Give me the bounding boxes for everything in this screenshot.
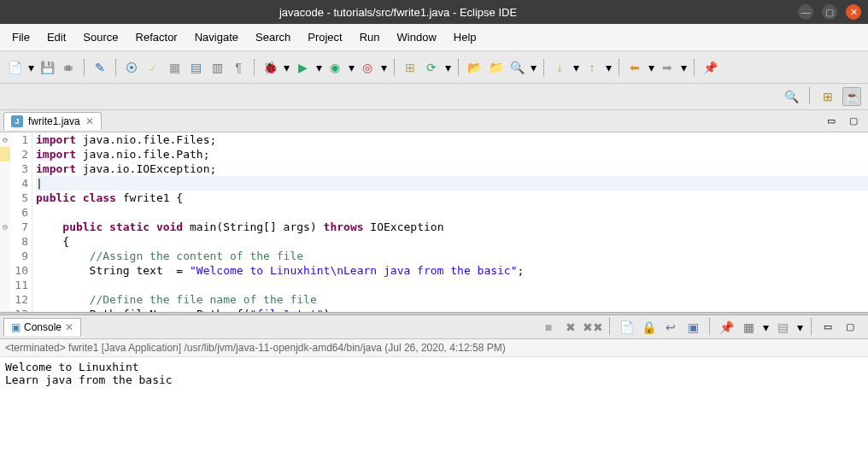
- save-all-icon[interactable]: ⩩: [59, 58, 78, 77]
- menu-search[interactable]: Search: [249, 27, 297, 47]
- coverage-run-icon[interactable]: ◉: [326, 58, 344, 77]
- save-icon[interactable]: 💾: [38, 58, 56, 77]
- show-console-icon[interactable]: ▣: [683, 318, 702, 337]
- console-max-icon[interactable]: ▢: [841, 318, 859, 337]
- debug-icon[interactable]: 🐞: [261, 58, 279, 77]
- display-selected-icon[interactable]: ▦: [739, 318, 758, 337]
- console-min-icon[interactable]: ▭: [818, 318, 837, 337]
- scroll-lock-icon[interactable]: 🔒: [639, 318, 658, 337]
- toggle-breakpoint-icon[interactable]: ⦿: [122, 58, 141, 77]
- back-icon[interactable]: ⬅: [625, 58, 644, 77]
- tab-close-icon[interactable]: ✕: [85, 115, 94, 127]
- java-perspective-icon[interactable]: ☕: [842, 87, 861, 106]
- new-package-icon[interactable]: ⊞: [401, 58, 419, 77]
- editor-tab-label: fwrite1.java: [28, 115, 80, 127]
- menu-refactor[interactable]: Refactor: [129, 27, 185, 47]
- editor-area: J fwrite1.java ✕ ▭ ▢ ⊖⊖ 1234567891011121…: [0, 110, 868, 312]
- code-content[interactable]: import java.nio.file.Files;import java.n…: [32, 132, 868, 312]
- perspective-toolbar: 🔍 ⊞ ☕: [0, 84, 868, 110]
- word-wrap-icon[interactable]: ↩: [661, 318, 680, 337]
- maximize-view-icon[interactable]: ▢: [844, 112, 863, 131]
- open-console-icon[interactable]: ▤: [773, 318, 792, 337]
- maximize-button[interactable]: ▢: [822, 4, 837, 20]
- code-editor[interactable]: ⊖⊖ 12345678910111213 import java.nio.fil…: [0, 132, 868, 312]
- search-icon[interactable]: 🔍: [507, 58, 526, 77]
- remove-all-icon[interactable]: ✖✖: [584, 318, 602, 337]
- main-toolbar: 📄 ▾ 💾 ⩩ ✎ ⦿ ⟋ ▦ ▤ ▥ ¶ 🐞▾ ▶▾ ◉▾ ◎▾ ⊞ ⟳▾ 📂…: [0, 51, 868, 84]
- next-annotation-icon[interactable]: ↓: [550, 58, 569, 77]
- console-output[interactable]: Welcome to Linuxhint Learn java from the…: [0, 357, 868, 390]
- console-panel: ▣ Console ✕ ■ ✖ ✖✖ 📄 🔒 ↩ ▣ 📌 ▦▾ ▤▾ ▭ ▢ <…: [0, 315, 868, 464]
- menu-file[interactable]: File: [5, 27, 37, 47]
- pilcrow-icon[interactable]: ¶: [229, 58, 248, 77]
- clear-console-icon[interactable]: 📄: [617, 318, 636, 337]
- console-icon: ▣: [11, 321, 21, 333]
- menu-project[interactable]: Project: [301, 27, 349, 47]
- console-tab[interactable]: ▣ Console ✕: [3, 318, 81, 336]
- forward-icon[interactable]: ➡: [658, 58, 677, 77]
- open-type-icon[interactable]: 📂: [465, 58, 484, 77]
- run-icon[interactable]: ▶: [293, 58, 312, 77]
- menu-source[interactable]: Source: [76, 27, 125, 47]
- menu-help[interactable]: Help: [447, 27, 484, 47]
- menu-window[interactable]: Window: [390, 27, 443, 47]
- open-task-icon[interactable]: 📁: [486, 58, 505, 77]
- remove-terminated-icon[interactable]: ✖: [561, 318, 580, 337]
- editor-tab[interactable]: J fwrite1.java ✕: [3, 112, 102, 130]
- refresh-icon[interactable]: ⟳: [422, 58, 441, 77]
- skip-breakpoints-icon[interactable]: ⟋: [144, 58, 162, 77]
- menu-bar: File Edit Source Refactor Navigate Searc…: [0, 24, 868, 51]
- close-button[interactable]: ✕: [846, 4, 861, 20]
- menu-edit[interactable]: Edit: [40, 27, 73, 47]
- wand-icon[interactable]: ✎: [91, 58, 109, 77]
- new-icon[interactable]: 📄: [5, 58, 24, 77]
- dropdown-icon[interactable]: ▾: [26, 58, 35, 77]
- minimize-view-icon[interactable]: ▭: [822, 112, 841, 131]
- menu-navigate[interactable]: Navigate: [188, 27, 245, 47]
- coverage-icon[interactable]: ▦: [165, 58, 184, 77]
- window-title: javacode - tutorials/src/fwrite1.java - …: [7, 6, 789, 19]
- terminate-icon[interactable]: ■: [539, 318, 558, 337]
- quick-access-icon[interactable]: 🔍: [782, 87, 801, 106]
- console-tab-label: Console: [24, 321, 62, 333]
- menu-run[interactable]: Run: [353, 27, 387, 47]
- line-numbers: 12345678910111213: [10, 132, 32, 312]
- open-perspective-icon[interactable]: ⊞: [818, 87, 837, 106]
- console-tab-close-icon[interactable]: ✕: [65, 321, 73, 333]
- pin-icon[interactable]: 📌: [701, 58, 719, 77]
- pin-console-icon[interactable]: 📌: [717, 318, 736, 337]
- title-bar: javacode - tutorials/src/fwrite1.java - …: [0, 0, 868, 24]
- prev-annotation-icon[interactable]: ↑: [583, 58, 601, 77]
- console-tab-row: ▣ Console ✕ ■ ✖ ✖✖ 📄 🔒 ↩ ▣ 📌 ▦▾ ▤▾ ▭ ▢: [0, 315, 868, 339]
- external-tools-icon[interactable]: ◎: [358, 58, 377, 77]
- java-file-icon: J: [11, 115, 23, 127]
- gutter-markers: ⊖⊖: [0, 132, 10, 312]
- editor-tab-row: J fwrite1.java ✕ ▭ ▢: [0, 110, 868, 132]
- console-status: <terminated> fwrite1 [Java Application] …: [0, 339, 868, 357]
- minimize-button[interactable]: —: [798, 4, 813, 20]
- block-select-icon[interactable]: ▤: [186, 58, 205, 77]
- whitespace-icon[interactable]: ▥: [208, 58, 226, 77]
